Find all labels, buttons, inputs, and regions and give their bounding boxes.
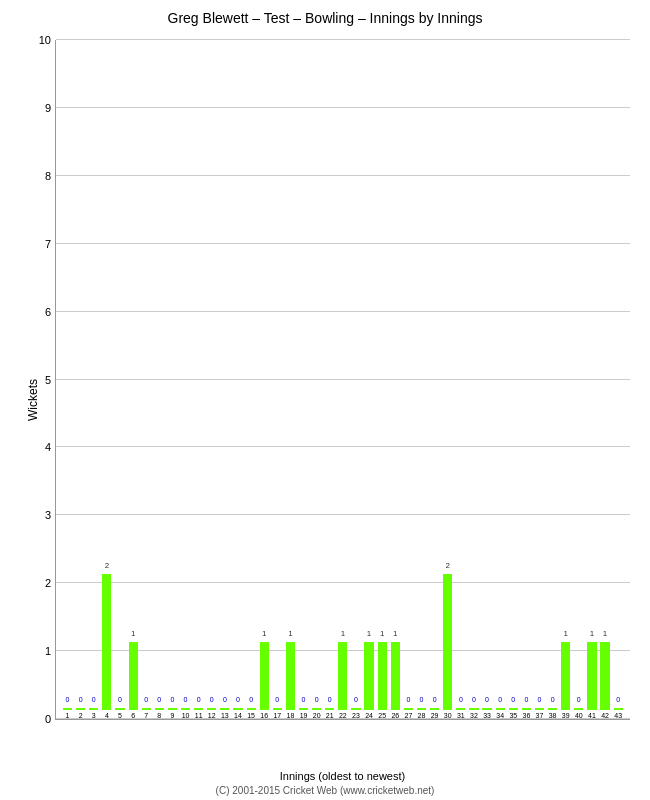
chart-area: 0123456789100102032405160708090100110120… (55, 40, 630, 720)
bar: 0 (351, 708, 360, 710)
bar: 0 (574, 708, 583, 710)
bar: 0 (207, 708, 216, 710)
x-bar-label: 32 (470, 712, 478, 719)
x-bar-label: 10 (182, 712, 190, 719)
bar-value-label: 2 (443, 561, 452, 570)
bar-group: 028 (415, 40, 428, 719)
bar-value-label: 0 (207, 696, 216, 703)
y-tick-label: 6 (45, 306, 51, 318)
bar-value-label: 0 (404, 696, 413, 703)
bar-value-label: 0 (535, 696, 544, 703)
bar: 0 (273, 708, 282, 710)
x-bar-label: 41 (588, 712, 596, 719)
bar: 1 (561, 642, 570, 710)
bar: 0 (299, 708, 308, 710)
y-tick-label: 0 (45, 713, 51, 725)
x-bar-label: 2 (79, 712, 83, 719)
bar-value-label: 1 (391, 629, 400, 638)
bar: 1 (338, 642, 347, 710)
footer: (C) 2001-2015 Cricket Web (www.cricketwe… (0, 785, 650, 796)
bar-value-label: 0 (509, 696, 518, 703)
bar-group: 013 (218, 40, 231, 719)
x-bar-label: 26 (391, 712, 399, 719)
bar: 0 (63, 708, 72, 710)
y-tick-label: 4 (45, 441, 51, 453)
y-tick-label: 7 (45, 238, 51, 250)
x-bar-label: 23 (352, 712, 360, 719)
y-axis-title: Wickets (26, 379, 40, 421)
bar: 0 (155, 708, 164, 710)
bar-group: 126 (389, 40, 402, 719)
bar-group: 010 (179, 40, 192, 719)
bar-group: 038 (546, 40, 559, 719)
bar-group: 08 (153, 40, 166, 719)
bar-value-label: 0 (312, 696, 321, 703)
x-bar-label: 31 (457, 712, 465, 719)
bar-group: 02 (74, 40, 87, 719)
bar-value-label: 0 (614, 696, 623, 703)
bar-value-label: 0 (233, 696, 242, 703)
bar: 1 (587, 642, 596, 710)
bar: 1 (364, 642, 373, 710)
bar-value-label: 0 (155, 696, 164, 703)
bar: 0 (76, 708, 85, 710)
bar: 0 (614, 708, 623, 710)
bar-value-label: 0 (496, 696, 505, 703)
x-bar-label: 33 (483, 712, 491, 719)
bar-value-label: 0 (63, 696, 72, 703)
bar-group: 122 (336, 40, 349, 719)
y-tick-label: 5 (45, 374, 51, 386)
bar-group: 03 (87, 40, 100, 719)
bar: 0 (89, 708, 98, 710)
y-tick-label: 1 (45, 645, 51, 657)
bar-group: 033 (481, 40, 494, 719)
bar: 1 (391, 642, 400, 710)
bar-value-label: 0 (351, 696, 360, 703)
x-bar-label: 28 (418, 712, 426, 719)
bar-group: 09 (166, 40, 179, 719)
bar: 1 (286, 642, 295, 710)
bar-group: 032 (467, 40, 480, 719)
bar: 1 (129, 642, 138, 710)
bar-value-label: 0 (142, 696, 151, 703)
bar: 0 (456, 708, 465, 710)
bar-group: 07 (140, 40, 153, 719)
bar-value-label: 0 (482, 696, 491, 703)
chart-title: Greg Blewett – Test – Bowling – Innings … (0, 0, 650, 31)
bar: 0 (233, 708, 242, 710)
bars-wrapper: 0102032405160708090100110120130140151160… (56, 40, 630, 719)
x-bar-label: 30 (444, 712, 452, 719)
bar: 0 (325, 708, 334, 710)
bar-group: 036 (520, 40, 533, 719)
bar-value-label: 1 (600, 629, 609, 638)
x-bar-label: 11 (195, 712, 203, 719)
bar-group: 040 (572, 40, 585, 719)
bar: 0 (181, 708, 190, 710)
bar: 0 (496, 708, 505, 710)
x-bar-label: 38 (549, 712, 557, 719)
bar-group: 124 (363, 40, 376, 719)
x-bar-label: 27 (405, 712, 413, 719)
bar-value-label: 1 (286, 629, 295, 638)
bar-group: 017 (271, 40, 284, 719)
bar: 0 (430, 708, 439, 710)
bar-group: 116 (258, 40, 271, 719)
bar-value-label: 0 (168, 696, 177, 703)
x-bar-label: 42 (601, 712, 609, 719)
bar: 0 (312, 708, 321, 710)
bar-value-label: 1 (338, 629, 347, 638)
x-bar-label: 37 (536, 712, 544, 719)
bar: 0 (404, 708, 413, 710)
bar-group: 05 (113, 40, 126, 719)
y-tick-label: 10 (39, 34, 51, 46)
bar: 0 (220, 708, 229, 710)
bar-value-label: 1 (129, 629, 138, 638)
bar-value-label: 0 (456, 696, 465, 703)
x-bar-label: 12 (208, 712, 216, 719)
bar-group: 01 (61, 40, 74, 719)
bar-value-label: 0 (247, 696, 256, 703)
bar-value-label: 0 (574, 696, 583, 703)
bar-group: 020 (310, 40, 323, 719)
bar-group: 037 (533, 40, 546, 719)
x-bar-label: 20 (313, 712, 321, 719)
